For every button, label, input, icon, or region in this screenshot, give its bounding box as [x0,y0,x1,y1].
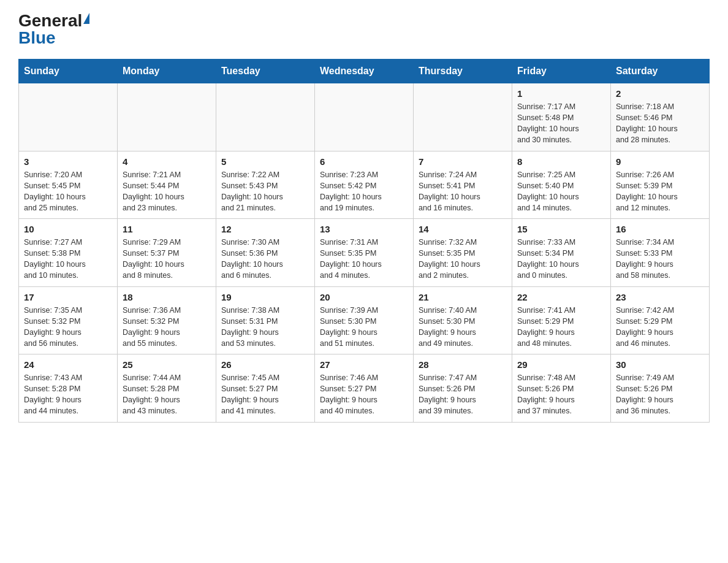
header-row: Sunday Monday Tuesday Wednesday Thursday… [19,59,710,83]
col-friday: Friday [512,59,611,83]
col-wednesday: Wednesday [315,59,414,83]
calendar-cell: 14Sunrise: 7:32 AMSunset: 5:35 PMDayligh… [414,219,512,287]
day-info: Sunrise: 7:23 AMSunset: 5:42 PMDaylight:… [320,169,408,214]
day-number: 27 [320,359,408,370]
day-info: Sunrise: 7:32 AMSunset: 5:35 PMDaylight:… [419,237,507,282]
calendar-cell: 2Sunrise: 7:18 AMSunset: 5:46 PMDaylight… [611,83,710,151]
calendar-cell: 30Sunrise: 7:49 AMSunset: 5:26 PMDayligh… [611,354,710,423]
calendar-body: 1Sunrise: 7:17 AMSunset: 5:48 PMDaylight… [19,83,710,423]
calendar-cell: 5Sunrise: 7:22 AMSunset: 5:43 PMDaylight… [216,151,315,219]
day-number: 9 [616,156,704,167]
day-info: Sunrise: 7:27 AMSunset: 5:38 PMDaylight:… [24,237,112,282]
col-thursday: Thursday [414,59,512,83]
day-number: 5 [221,156,309,167]
calendar-cell: 11Sunrise: 7:29 AMSunset: 5:37 PMDayligh… [118,219,216,287]
col-monday: Monday [118,59,216,83]
day-info: Sunrise: 7:21 AMSunset: 5:44 PMDaylight:… [123,169,211,214]
day-number: 25 [123,359,211,370]
day-info: Sunrise: 7:22 AMSunset: 5:43 PMDaylight:… [221,169,309,214]
day-number: 22 [517,292,605,302]
day-number: 3 [24,156,112,167]
calendar-cell: 23Sunrise: 7:42 AMSunset: 5:29 PMDayligh… [611,286,710,354]
calendar-cell: 6Sunrise: 7:23 AMSunset: 5:42 PMDaylight… [315,151,414,219]
calendar-cell: 12Sunrise: 7:30 AMSunset: 5:36 PMDayligh… [216,219,315,287]
calendar-cell: 1Sunrise: 7:17 AMSunset: 5:48 PMDaylight… [512,83,611,151]
day-number: 17 [24,292,112,302]
calendar-cell: 9Sunrise: 7:26 AMSunset: 5:39 PMDaylight… [611,151,710,219]
logo-triangle-icon [83,13,89,24]
day-info: Sunrise: 7:44 AMSunset: 5:28 PMDaylight:… [123,372,211,417]
calendar-cell: 8Sunrise: 7:25 AMSunset: 5:40 PMDaylight… [512,151,611,219]
day-info: Sunrise: 7:36 AMSunset: 5:32 PMDaylight:… [123,305,211,350]
calendar-cell [19,83,118,151]
day-number: 7 [419,156,507,167]
day-info: Sunrise: 7:49 AMSunset: 5:26 PMDaylight:… [616,372,704,417]
day-info: Sunrise: 7:46 AMSunset: 5:27 PMDaylight:… [320,372,408,417]
calendar-cell: 13Sunrise: 7:31 AMSunset: 5:35 PMDayligh… [315,219,414,287]
day-info: Sunrise: 7:40 AMSunset: 5:30 PMDaylight:… [419,305,507,350]
calendar-cell: 25Sunrise: 7:44 AMSunset: 5:28 PMDayligh… [118,354,216,423]
day-info: Sunrise: 7:41 AMSunset: 5:29 PMDaylight:… [517,305,605,350]
calendar-cell: 20Sunrise: 7:39 AMSunset: 5:30 PMDayligh… [315,286,414,354]
day-info: Sunrise: 7:30 AMSunset: 5:36 PMDaylight:… [221,237,309,282]
day-number: 28 [419,359,507,370]
day-info: Sunrise: 7:42 AMSunset: 5:29 PMDaylight:… [616,305,704,350]
day-info: Sunrise: 7:25 AMSunset: 5:40 PMDaylight:… [517,169,605,214]
day-info: Sunrise: 7:33 AMSunset: 5:34 PMDaylight:… [517,237,605,282]
day-number: 1 [517,88,605,99]
day-number: 23 [616,292,704,302]
calendar-cell: 3Sunrise: 7:20 AMSunset: 5:45 PMDaylight… [19,151,118,219]
day-info: Sunrise: 7:38 AMSunset: 5:31 PMDaylight:… [221,305,309,350]
calendar-cell: 29Sunrise: 7:48 AMSunset: 5:26 PMDayligh… [512,354,611,423]
calendar-cell: 17Sunrise: 7:35 AMSunset: 5:32 PMDayligh… [19,286,118,354]
day-info: Sunrise: 7:45 AMSunset: 5:27 PMDaylight:… [221,372,309,417]
logo-blue-text: Blue [18,29,56,47]
day-info: Sunrise: 7:31 AMSunset: 5:35 PMDaylight:… [320,237,408,282]
day-number: 30 [616,359,704,370]
col-tuesday: Tuesday [216,59,315,83]
calendar-cell: 22Sunrise: 7:41 AMSunset: 5:29 PMDayligh… [512,286,611,354]
logo-general-text: General [18,12,82,29]
day-info: Sunrise: 7:35 AMSunset: 5:32 PMDaylight:… [24,305,112,350]
calendar-week-2: 10Sunrise: 7:27 AMSunset: 5:38 PMDayligh… [19,219,710,287]
day-number: 10 [24,224,112,234]
day-number: 8 [517,156,605,167]
calendar-cell [414,83,512,151]
day-info: Sunrise: 7:24 AMSunset: 5:41 PMDaylight:… [419,169,507,214]
day-number: 16 [616,224,704,234]
calendar-cell [118,83,216,151]
day-number: 14 [419,224,507,234]
day-number: 26 [221,359,309,370]
calendar-cell: 16Sunrise: 7:34 AMSunset: 5:33 PMDayligh… [611,219,710,287]
calendar-cell: 28Sunrise: 7:47 AMSunset: 5:26 PMDayligh… [414,354,512,423]
day-number: 11 [123,224,211,234]
day-number: 18 [123,292,211,302]
day-number: 4 [123,156,211,167]
calendar-cell [315,83,414,151]
calendar-cell: 15Sunrise: 7:33 AMSunset: 5:34 PMDayligh… [512,219,611,287]
day-info: Sunrise: 7:17 AMSunset: 5:48 PMDaylight:… [517,101,605,146]
day-number: 2 [616,88,704,99]
day-number: 20 [320,292,408,302]
day-info: Sunrise: 7:29 AMSunset: 5:37 PMDaylight:… [123,237,211,282]
day-info: Sunrise: 7:48 AMSunset: 5:26 PMDaylight:… [517,372,605,417]
calendar-header: Sunday Monday Tuesday Wednesday Thursday… [19,59,710,83]
calendar-week-0: 1Sunrise: 7:17 AMSunset: 5:48 PMDaylight… [19,83,710,151]
day-info: Sunrise: 7:39 AMSunset: 5:30 PMDaylight:… [320,305,408,350]
day-number: 13 [320,224,408,234]
day-info: Sunrise: 7:43 AMSunset: 5:28 PMDaylight:… [24,372,112,417]
calendar-table: Sunday Monday Tuesday Wednesday Thursday… [18,59,710,423]
calendar-cell: 21Sunrise: 7:40 AMSunset: 5:30 PMDayligh… [414,286,512,354]
calendar-cell: 10Sunrise: 7:27 AMSunset: 5:38 PMDayligh… [19,219,118,287]
day-number: 19 [221,292,309,302]
calendar-cell: 4Sunrise: 7:21 AMSunset: 5:44 PMDaylight… [118,151,216,219]
calendar-cell: 18Sunrise: 7:36 AMSunset: 5:32 PMDayligh… [118,286,216,354]
day-number: 6 [320,156,408,167]
col-saturday: Saturday [611,59,710,83]
day-number: 15 [517,224,605,234]
day-info: Sunrise: 7:20 AMSunset: 5:45 PMDaylight:… [24,169,112,214]
calendar-cell: 27Sunrise: 7:46 AMSunset: 5:27 PMDayligh… [315,354,414,423]
day-number: 29 [517,359,605,370]
day-info: Sunrise: 7:26 AMSunset: 5:39 PMDaylight:… [616,169,704,214]
page-header: General Blue [18,12,710,47]
